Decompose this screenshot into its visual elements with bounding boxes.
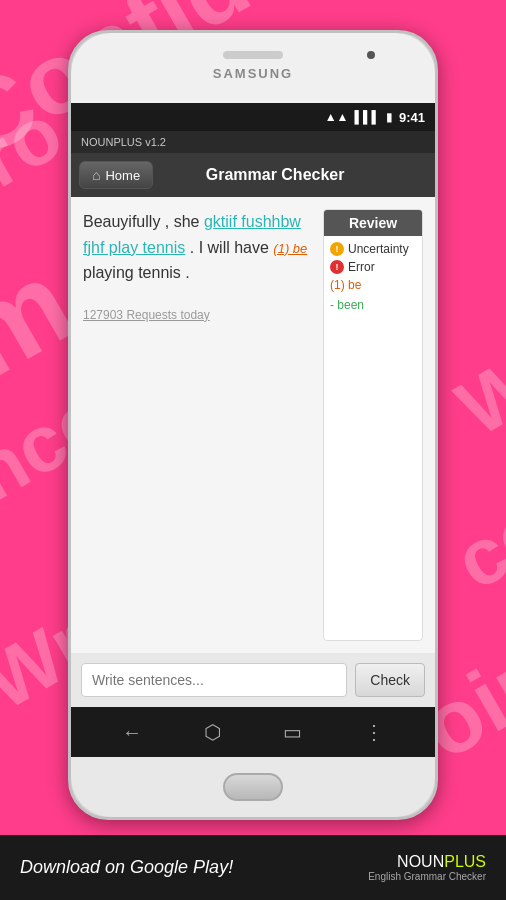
app-version-bar: NOUNPLUS v1.2: [71, 131, 435, 153]
phone-top: SAMSUNG: [71, 33, 435, 103]
sentence-input[interactable]: [81, 663, 347, 697]
review-been-item: - been: [330, 296, 416, 312]
signal-icon: ▌▌▌: [354, 110, 380, 124]
uncertainty-icon: !: [330, 242, 344, 256]
text-middle: . I will have: [190, 239, 269, 256]
nounplus-plus: PLUS: [444, 853, 486, 870]
text-after: playing tennis .: [83, 264, 190, 281]
nounplus-noun: NOUN: [397, 853, 444, 870]
review-error-item: ! Error: [330, 260, 416, 274]
recents-button[interactable]: ▭: [283, 720, 302, 744]
be-label: (1) be: [330, 278, 361, 292]
samsung-brand: SAMSUNG: [213, 66, 293, 81]
phone-screen: ▲▲ ▌▌▌ ▮ 9:41 NOUNPLUS v1.2 ⌂ Home Gramm…: [71, 103, 435, 757]
menu-button[interactable]: ⋮: [364, 720, 384, 744]
bg-watermark-6: W: [443, 337, 506, 454]
bg-watermark-5: ce: [440, 484, 506, 608]
front-camera: [367, 51, 375, 59]
status-time: 9:41: [399, 110, 425, 125]
check-button[interactable]: Check: [355, 663, 425, 697]
home-button[interactable]: ⌂ Home: [79, 161, 153, 189]
home-android-button[interactable]: ⬡: [204, 720, 221, 744]
review-uncertainty-item: ! Uncertainty: [330, 242, 416, 256]
error-label: Error: [348, 260, 375, 274]
home-button-label: Home: [105, 168, 140, 183]
battery-icon: ▮: [386, 110, 393, 124]
input-area: Check: [71, 653, 435, 707]
physical-home-button[interactable]: [223, 773, 283, 801]
status-bar: ▲▲ ▌▌▌ ▮ 9:41: [71, 103, 435, 131]
speaker-grille: [223, 51, 283, 59]
main-content: Beauyifully , she gktiif fushhbw fjhf pl…: [71, 197, 435, 653]
back-button[interactable]: ←: [122, 721, 142, 744]
android-nav-bar: ← ⬡ ▭ ⋮: [71, 707, 435, 757]
review-body: ! Uncertainty ! Error (1) be - been: [324, 236, 422, 322]
review-panel: Review ! Uncertainty ! Error (1) be - be…: [323, 209, 423, 641]
error-icon: !: [330, 260, 344, 274]
app-version-text: NOUNPLUS v1.2: [81, 136, 166, 148]
bg-watermark-2: ro: [0, 86, 78, 206]
text-before: Beauyifully , she: [83, 213, 200, 230]
nounplus-logo: NOUNPLUS English Grammar Checker: [368, 853, 486, 882]
text-area: Beauyifully , she gktiif fushhbw fjhf pl…: [83, 209, 313, 641]
phone-frame: SAMSUNG ▲▲ ▌▌▌ ▮ 9:41 NOUNPLUS v1.2 ⌂ Ho…: [68, 30, 438, 820]
wifi-icon: ▲▲: [325, 110, 349, 124]
nounplus-tagline: English Grammar Checker: [368, 871, 486, 882]
uncertainty-label: Uncertainty: [348, 242, 409, 256]
text-error[interactable]: (1) be: [273, 241, 307, 256]
nav-bar: ⌂ Home Grammar Checker: [71, 153, 435, 197]
been-label: - been: [330, 298, 364, 312]
review-header: Review: [324, 210, 422, 236]
download-text: Download on Google Play!: [20, 857, 233, 878]
bottom-banner: Download on Google Play! NOUNPLUS Englis…: [0, 835, 506, 900]
home-icon: ⌂: [92, 167, 100, 183]
nav-title: Grammar Checker: [163, 166, 427, 184]
review-be-item: (1) be: [330, 278, 416, 292]
requests-count: 127903 Requests today: [83, 306, 313, 325]
phone-bottom: [71, 757, 435, 817]
